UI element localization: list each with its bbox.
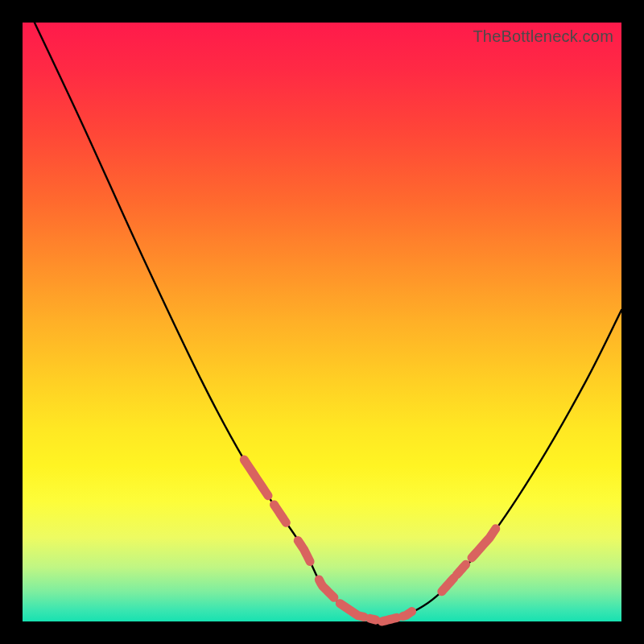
highlight-segment [340, 604, 364, 617]
highlight-segment [298, 541, 310, 562]
highlight-segment [319, 580, 334, 597]
highlight-segment [402, 612, 411, 617]
highlight-segment [370, 618, 376, 620]
chart-svg [23, 23, 621, 621]
bottleneck-curve [35, 23, 621, 621]
overlay-layer [244, 460, 495, 621]
plot-area: TheBottleneck.com [23, 23, 621, 621]
chart-frame: TheBottleneck.com [0, 0, 644, 644]
highlight-segment [472, 529, 496, 558]
highlight-segment [442, 578, 454, 592]
highlight-segment [382, 617, 397, 621]
highlight-segment [244, 460, 268, 496]
highlight-segment [274, 505, 286, 522]
highlight-segment [456, 564, 465, 575]
curve-layer [35, 23, 621, 621]
